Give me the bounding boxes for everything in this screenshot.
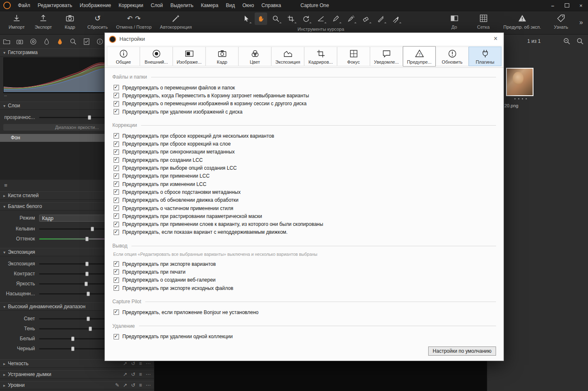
defaults-button[interactable]: Настройки по умолчанию bbox=[428, 346, 496, 356]
warning-checkbox[interactable] bbox=[114, 230, 119, 235]
toolbar-import-button[interactable]: Импорт bbox=[4, 11, 29, 34]
toolbar-autocorrect-button[interactable]: Автокоррекция bbox=[156, 11, 195, 34]
warning-checkbox[interactable] bbox=[114, 173, 119, 179]
cursor-tool-pen[interactable] bbox=[330, 12, 342, 25]
warning-checkbox[interactable] bbox=[114, 181, 119, 187]
toolbar-grid-button[interactable]: Сетка bbox=[471, 11, 496, 34]
dialog-titlebar[interactable]: Настройки × bbox=[105, 33, 504, 46]
warning-checkbox[interactable] bbox=[114, 189, 119, 195]
reset-icon[interactable]: ↺ bbox=[131, 361, 135, 366]
search-icon[interactable] bbox=[576, 37, 584, 46]
hdr-slider-handle-2[interactable] bbox=[71, 337, 74, 341]
menu-adjustments[interactable]: Коррекции bbox=[115, 0, 147, 11]
copy-icon[interactable]: ↗ bbox=[123, 361, 127, 366]
tool-tab-library[interactable] bbox=[2, 37, 12, 47]
more-icon[interactable]: ⋯ bbox=[146, 361, 151, 366]
warning-checkbox[interactable] bbox=[114, 133, 119, 139]
copy-icon[interactable]: ↗ bbox=[123, 382, 127, 388]
exposure-slider-handle-3[interactable] bbox=[87, 292, 90, 296]
dialog-close-icon[interactable]: × bbox=[491, 34, 500, 43]
warning-checkbox[interactable] bbox=[114, 198, 119, 203]
toolbar-undo_redo-button[interactable]: ↶↷Отмена / Повтор bbox=[113, 11, 155, 34]
minimize-button[interactable]: – bbox=[546, 0, 560, 11]
toolbar-export-button[interactable]: Экспорт bbox=[31, 11, 56, 34]
tool-tab-ink[interactable] bbox=[42, 37, 52, 47]
image-thumbnail[interactable] bbox=[506, 68, 533, 96]
toolbar-learn-button[interactable]: Узнать bbox=[548, 11, 573, 34]
tool-tab-checklist[interactable] bbox=[82, 37, 92, 47]
toolbar-exposure_warning-button[interactable]: Предупр. об эксп. bbox=[500, 11, 545, 34]
warning-checkbox[interactable] bbox=[114, 309, 119, 315]
menu-image[interactable]: Изображение bbox=[76, 0, 115, 11]
toolbar-overflow-button[interactable]: » bbox=[578, 19, 585, 26]
copy-icon[interactable]: ↗ bbox=[123, 371, 127, 377]
close-window-button[interactable]: × bbox=[574, 0, 588, 11]
pref-tab-general[interactable]: Общие bbox=[107, 47, 140, 66]
exposure-slider-handle-1[interactable] bbox=[85, 272, 89, 276]
menu-icon[interactable]: ≡ bbox=[139, 371, 142, 377]
cursor-tool-dotpen[interactable] bbox=[345, 12, 357, 25]
layer-options-icon[interactable]: ≡ bbox=[4, 182, 7, 188]
cursor-tool-marker[interactable] bbox=[390, 12, 402, 25]
pref-tab-warnings[interactable]: ?Предупре... bbox=[403, 46, 436, 67]
reset-icon[interactable]: ↺ bbox=[131, 382, 135, 388]
zoom-loupe-icon[interactable] bbox=[563, 37, 571, 46]
warning-checkbox[interactable] bbox=[114, 269, 119, 275]
toolbar-before-button[interactable]: До bbox=[442, 11, 467, 34]
picker-icon[interactable]: ✎ bbox=[115, 382, 119, 388]
warning-checkbox[interactable] bbox=[114, 149, 119, 155]
exposure-slider-handle-0[interactable] bbox=[85, 262, 89, 266]
menu-layer[interactable]: Слой bbox=[147, 0, 166, 11]
warning-checkbox[interactable] bbox=[114, 157, 119, 163]
warning-checkbox[interactable] bbox=[114, 285, 119, 291]
cursor-tool-finepen[interactable] bbox=[375, 12, 387, 25]
menu-view[interactable]: Вид bbox=[222, 0, 239, 11]
pref-tab-appearance[interactable]: Внешний... bbox=[140, 47, 173, 66]
exposure-slider-handle-2[interactable] bbox=[84, 282, 88, 286]
wb-slider-handle-0[interactable] bbox=[91, 227, 94, 231]
tool-tab-zoom[interactable] bbox=[68, 37, 78, 47]
hdr-slider-handle-0[interactable] bbox=[87, 317, 90, 321]
more-icon[interactable]: ⋯ bbox=[146, 382, 151, 388]
warning-checkbox[interactable] bbox=[114, 141, 119, 147]
menu-edit[interactable]: Редактировать bbox=[34, 0, 76, 11]
more-icon[interactable]: ⋯ bbox=[146, 371, 151, 377]
tool-tab-info[interactable] bbox=[95, 37, 105, 47]
pref-tab-capture[interactable]: Кадр bbox=[206, 47, 238, 66]
maximize-button[interactable] bbox=[560, 0, 574, 11]
cursor-tool-pan[interactable] bbox=[255, 12, 267, 25]
cursor-tool-loupe[interactable] bbox=[270, 12, 282, 25]
cursor-tool-pointer[interactable] bbox=[240, 12, 252, 25]
menu-icon[interactable]: ≡ bbox=[139, 361, 142, 366]
pref-tab-plugins[interactable]: Плагины bbox=[469, 47, 501, 66]
tool-tab-capture[interactable] bbox=[15, 37, 25, 47]
menu-camera[interactable]: Камера bbox=[197, 0, 222, 11]
tool-tab-lens[interactable] bbox=[28, 37, 38, 47]
pref-tab-focus[interactable]: Фокус bbox=[337, 47, 370, 66]
pref-tab-exposure[interactable]: Экспозиция bbox=[271, 47, 304, 66]
levels-panel-header[interactable]: ▸Уровни✎↗↺≡⋯ bbox=[0, 381, 154, 389]
toolbar-reset-button[interactable]: ↺Сбросить bbox=[84, 11, 111, 34]
warning-checkbox[interactable] bbox=[114, 166, 119, 171]
warning-checkbox[interactable] bbox=[114, 277, 119, 283]
opacity-slider-handle[interactable] bbox=[88, 115, 91, 120]
menu-select[interactable]: Выделить bbox=[166, 0, 197, 11]
warning-checkbox[interactable] bbox=[114, 261, 119, 267]
warning-checkbox[interactable] bbox=[114, 205, 119, 211]
pref-tab-crop[interactable]: Кадриров... bbox=[304, 47, 337, 66]
hdr-slider-handle-3[interactable] bbox=[71, 346, 74, 351]
menu-window[interactable]: Окно bbox=[238, 0, 258, 11]
dehaze-panel-header[interactable]: ▸Устранение дымки↗↺≡⋯ bbox=[0, 370, 154, 379]
pref-tab-image[interactable]: Изображе... bbox=[173, 47, 206, 66]
cursor-tool-straighten[interactable] bbox=[315, 12, 327, 25]
warning-checkbox[interactable] bbox=[114, 109, 119, 114]
warning-checkbox[interactable] bbox=[114, 334, 119, 339]
warning-checkbox[interactable] bbox=[114, 101, 119, 106]
menu-file[interactable]: Файл bbox=[14, 0, 34, 11]
toolbar-capture-button[interactable]: Кадр bbox=[57, 11, 82, 34]
wb-slider-handle-1[interactable] bbox=[85, 237, 89, 241]
pref-tab-notifications[interactable]: Уведомле... bbox=[370, 47, 403, 66]
menu-icon[interactable]: ≡ bbox=[139, 382, 142, 388]
cursor-tool-rotate[interactable] bbox=[300, 12, 312, 25]
hdr-slider-handle-1[interactable] bbox=[89, 327, 92, 331]
